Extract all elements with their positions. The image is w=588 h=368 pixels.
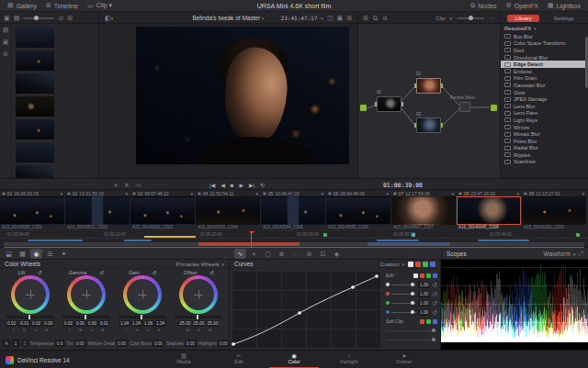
- previous-clip-button[interactable]: |◀: [209, 182, 215, 188]
- stills-icon[interactable]: ▣: [4, 15, 10, 21]
- gallery-button[interactable]: ▤ Gallery: [7, 2, 37, 9]
- edit-blue-toggle[interactable]: [433, 273, 437, 278]
- motion-effects-icon[interactable]: ✦: [58, 249, 70, 259]
- duration-marker[interactable]: [144, 236, 196, 238]
- waveform-scope[interactable]: [441, 260, 588, 350]
- add-layer-node-icon[interactable]: ⧉: [373, 15, 378, 21]
- curve-graph[interactable]: [232, 271, 380, 348]
- value-box[interactable]: 25.00: [192, 320, 205, 327]
- low-soft-slider[interactable]: [386, 330, 437, 331]
- page-tab[interactable]: ◉ Color: [269, 351, 319, 368]
- fx-list-item[interactable]: Lens Flare: [501, 110, 588, 117]
- album-icon[interactable]: ▤: [14, 15, 20, 21]
- A23_09140607_C007[interactable]: ▣ 07 12:17:54:06 ▾ A23_09140607_C007: [391, 190, 456, 231]
- fx-list-item[interactable]: Ripples: [501, 151, 588, 159]
- grid-view-icon[interactable]: ⊞: [67, 15, 73, 21]
- value-box[interactable]: 0.00: [74, 320, 85, 327]
- expand-icon[interactable]: ⤢: [578, 251, 583, 257]
- offset-master-slider[interactable]: [175, 316, 222, 318]
- gallery-still[interactable]: [16, 119, 54, 139]
- value-box[interactable]: 0.00: [86, 320, 97, 327]
- fx-list-item[interactable]: Box Blur: [501, 33, 588, 40]
- curves-icon[interactable]: ∿: [234, 249, 246, 259]
- edit-luma-toggle[interactable]: [413, 273, 418, 278]
- gallery-still[interactable]: [16, 73, 54, 94]
- fx-list-item[interactable]: Mosaic Blur: [501, 130, 588, 138]
- luma-swatch[interactable]: [408, 262, 413, 267]
- clip-button[interactable]: ▭ Clip ▾: [87, 2, 112, 9]
- tab-library[interactable]: Library: [507, 15, 538, 22]
- reset-icon[interactable]: ↺: [432, 291, 437, 297]
- loop-button[interactable]: ↻: [260, 182, 265, 188]
- gallery-still[interactable]: [16, 96, 54, 117]
- reset-icon[interactable]: ↺: [38, 270, 42, 275]
- video-frame[interactable]: [136, 27, 349, 164]
- color-match-icon[interactable]: ▦: [17, 249, 28, 259]
- blur-icon[interactable]: ◌: [289, 249, 301, 259]
- value-box[interactable]: 25.00: [178, 320, 191, 327]
- green-marker[interactable]: [323, 233, 327, 237]
- reset-icon[interactable]: ↺: [153, 270, 157, 275]
- edit-red-toggle[interactable]: [420, 273, 424, 278]
- nodes-button[interactable]: ⧉ Nodes: [470, 2, 496, 9]
- reset-icon[interactable]: ↺: [432, 282, 437, 288]
- color-wheels-icon[interactable]: ◉: [30, 249, 42, 259]
- green-swatch[interactable]: [423, 262, 428, 267]
- luma-gain-slider[interactable]: [391, 284, 416, 285]
- key-icon[interactable]: ⊘: [303, 249, 315, 259]
- value-box[interactable]: 1.06: [143, 320, 154, 327]
- lift-master-slider[interactable]: [6, 316, 54, 318]
- clip-thumbnail[interactable]: [522, 196, 586, 225]
- tint-value[interactable]: 0.00: [74, 340, 86, 347]
- green-gain-value[interactable]: 1.00: [418, 300, 430, 307]
- page-tab[interactable]: ▥ Media: [159, 351, 209, 368]
- temperature-value[interactable]: 0.0: [55, 340, 64, 347]
- clip-thumbnail[interactable]: [0, 196, 64, 225]
- fx-list-item[interactable]: Lens Blur: [501, 103, 588, 110]
- page-tab[interactable]: ✂ Edit: [214, 351, 264, 368]
- node-zoom-slider[interactable]: [457, 17, 484, 19]
- softclip-blue-toggle[interactable]: [433, 319, 437, 324]
- value-box[interactable]: 0.02: [62, 320, 74, 327]
- gain-master-slider[interactable]: [119, 316, 166, 318]
- gallery-still[interactable]: [16, 50, 54, 71]
- reverse-button[interactable]: ◀: [220, 182, 225, 188]
- wheels-mode-dropdown[interactable]: Primaries Wheels▾: [175, 262, 224, 267]
- A23_09140544_C005[interactable]: ▣ 05 10:06:47:02 ▾ A23_09140544_C005: [261, 190, 325, 231]
- clip-thumbnail[interactable]: [391, 196, 456, 225]
- timeline-ruler[interactable]: 01:00:04:00 01:00:12:00 01:00:20:00 01:0…: [0, 231, 588, 239]
- red-swatch[interactable]: [415, 262, 421, 267]
- resolvefx-section-label[interactable]: ResolveFX: [504, 26, 531, 31]
- sizing-icon[interactable]: ⊡: [317, 249, 329, 259]
- fx-list-item[interactable]: Film Grain: [501, 75, 588, 83]
- page-1-button[interactable]: 1: [12, 340, 19, 347]
- next-clip-button[interactable]: ▶|: [249, 182, 254, 188]
- qualifier-icon[interactable]: ⌖: [248, 249, 260, 259]
- mute-icon[interactable]: ◅: [136, 182, 141, 189]
- magnifier-icon[interactable]: ⊙: [58, 15, 63, 21]
- value-box[interactable]: 1.04: [131, 320, 142, 327]
- fx-list-item[interactable]: Gaussian Blur: [501, 82, 588, 89]
- curves-mode-dropdown[interactable]: Custom▾: [380, 262, 404, 267]
- fx-list-item[interactable]: Radial Blur: [501, 145, 588, 152]
- value-box[interactable]: 25.00: [206, 320, 219, 327]
- stereo-3d-icon[interactable]: ◈: [331, 249, 343, 259]
- color-boost-value[interactable]: 0.00: [153, 340, 164, 347]
- edit-green-toggle[interactable]: [426, 273, 431, 278]
- page-tab[interactable]: ➤ Deliver: [379, 351, 429, 368]
- A16_09140945_C008[interactable]: ▣ 08 23:47:18:16 ▾ A16_09140945_C008: [457, 190, 521, 231]
- add-serial-node-icon[interactable]: ⊞: [363, 15, 368, 21]
- fx-list-item[interactable]: Directional Blur: [501, 54, 588, 61]
- fx-list-item[interactable]: Scanlines: [501, 159, 588, 166]
- high-soft-slider[interactable]: [386, 340, 437, 340]
- source-input-node[interactable]: [360, 105, 367, 111]
- red-gain-value[interactable]: 1.00: [418, 291, 430, 297]
- gamma-master-slider[interactable]: [62, 316, 110, 318]
- clip-thumbnail[interactable]: [457, 196, 521, 225]
- softclip-red-toggle[interactable]: [420, 319, 424, 324]
- softclip-green-toggle[interactable]: [426, 319, 431, 324]
- play-button[interactable]: ▶: [239, 182, 243, 188]
- blue-gain-slider[interactable]: [391, 312, 416, 313]
- gain-color-wheel[interactable]: [123, 275, 162, 314]
- reset-icon[interactable]: ↺: [209, 270, 214, 275]
